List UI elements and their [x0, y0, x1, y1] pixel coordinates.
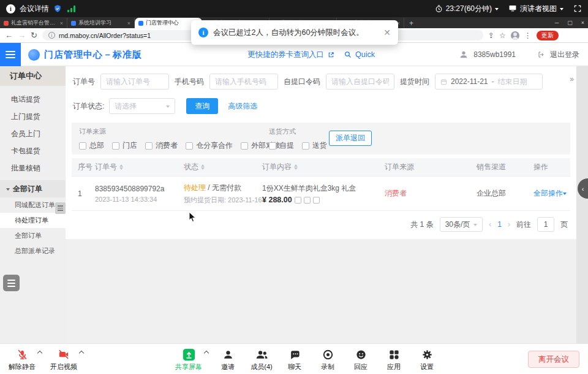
invite-button[interactable]: 邀请	[213, 348, 243, 372]
forward-button[interactable]: →	[18, 31, 26, 39]
checkbox-icon[interactable]	[79, 142, 86, 150]
share-icon[interactable]: ⇪	[488, 32, 494, 39]
browser-profile-avatar[interactable]	[511, 31, 519, 40]
sidebar-collapse-handle[interactable]	[55, 202, 66, 214]
checkbox-source-hq[interactable]: 总部	[79, 140, 104, 151]
menu-toggle-button[interactable]	[0, 43, 21, 66]
quick-entry-link[interactable]: 更快捷的券卡查询入口	[247, 50, 324, 60]
phone-input[interactable]	[209, 74, 278, 90]
browser-tab[interactable]: 礼盒营销平台管理中心×	[0, 18, 67, 28]
checkbox-icon[interactable]	[269, 142, 276, 150]
checkbox-delivery-pickup[interactable]: 自提	[269, 140, 294, 151]
tab-close-icon[interactable]: ×	[60, 20, 63, 26]
browser-menu-icon[interactable]: ⋮	[524, 32, 532, 39]
share-screen-button[interactable]: 共享屏幕	[172, 348, 206, 372]
sidebar-item-member-visit[interactable]: 会员上门	[0, 125, 66, 142]
quick-label[interactable]: Quick	[355, 50, 375, 59]
members-button[interactable]: 成员(4)	[245, 348, 278, 372]
sort-icon[interactable]	[294, 162, 298, 172]
reload-button[interactable]: ↻	[31, 31, 37, 39]
new-tab-button[interactable]: +	[404, 18, 418, 28]
sidebar-item-batch-verify[interactable]: 批量核销	[0, 159, 66, 177]
sidebar-item-door-pickup[interactable]: 上门提货	[0, 108, 66, 125]
browser-update-button[interactable]: 更新	[537, 31, 559, 40]
minimize-button[interactable]: ─	[555, 20, 559, 26]
tab-close-icon[interactable]: ×	[127, 20, 130, 26]
sort-icon[interactable]	[119, 162, 123, 172]
advanced-filter-link[interactable]: 高级筛选	[228, 101, 257, 112]
date-range-picker[interactable]: 2022-11-21 - 结束日期	[435, 74, 543, 90]
checkbox-icon[interactable]	[112, 142, 119, 150]
unmute-button[interactable]: 解除静音	[5, 348, 39, 372]
user-avatar-icon	[459, 50, 469, 59]
sidebar-item-phone-pickup[interactable]: 电话提货	[0, 91, 66, 108]
checkbox-icon[interactable]	[241, 142, 248, 150]
checkbox-delivery-send[interactable]: 送货	[302, 140, 327, 151]
checkbox-source-warehouse[interactable]: 仓分享合作	[186, 140, 233, 151]
cell-channel: 企业总部	[477, 188, 533, 199]
image-icon	[295, 197, 301, 204]
pickup-code-input[interactable]	[326, 74, 394, 90]
col-source: 订单来源	[385, 162, 477, 172]
network-signal-icon	[67, 6, 75, 12]
sidebar-item-card-pickup[interactable]: 卡包提货	[0, 142, 66, 159]
tab-favicon-icon	[4, 21, 9, 26]
checkbox-icon[interactable]	[145, 142, 153, 150]
current-page[interactable]: 1	[497, 220, 502, 229]
checkbox-icon[interactable]	[302, 142, 309, 150]
code-label: 自提口令码	[284, 77, 320, 87]
toast-close-icon[interactable]: ✕	[383, 28, 391, 37]
checkbox-icon[interactable]	[186, 142, 193, 150]
prev-page-button[interactable]: ‹	[489, 220, 491, 229]
fullscreen-icon[interactable]	[573, 4, 582, 13]
browser-tab[interactable]: 系统培训学习×	[67, 18, 135, 28]
logout-button[interactable]: 退出登录	[550, 50, 579, 60]
phone-icon	[313, 197, 320, 204]
chevron-up-icon[interactable]	[204, 351, 209, 356]
start-video-button[interactable]: 开启视频	[47, 348, 81, 372]
row-action-dropdown[interactable]: 全部操作	[533, 188, 570, 199]
chat-button[interactable]: 聊天	[280, 348, 309, 372]
close-button[interactable]: ×	[581, 20, 584, 26]
status-select[interactable]: 请选择	[109, 98, 175, 114]
page-size-select[interactable]: 30条/页	[440, 217, 483, 232]
next-page-button[interactable]: ›	[508, 220, 510, 229]
leave-meeting-button[interactable]: 离开会议	[528, 351, 579, 368]
sidebar-item-pending-orders[interactable]: 待处理订单	[0, 213, 66, 228]
dispatch-return-button[interactable]: 派单退回	[329, 131, 372, 146]
sidebar-item-hq-dispatch-log[interactable]: 总部派单记录	[0, 243, 66, 259]
record-button[interactable]: 录制	[313, 348, 342, 372]
reactions-button[interactable]: 回应	[346, 348, 375, 372]
timer-icon	[435, 5, 443, 13]
checkbox-source-consumer[interactable]: 消费者	[145, 140, 178, 151]
security-shield-icon[interactable]	[53, 4, 62, 13]
main-content: » 订单号 手机号码 自提口令码 提货时间 2022-11-21 - 结束日期 …	[66, 66, 576, 343]
table-header: 序号 订单号 状态 订单内容 订单来源 销售渠道 操作	[72, 158, 570, 177]
tab-favicon-icon	[138, 21, 143, 26]
sidebar-item-all-orders[interactable]: 全部订单	[0, 228, 66, 243]
gift-icon	[304, 197, 311, 204]
search-button[interactable]: 查询	[186, 98, 218, 114]
site-header: 门店管理中心－标准版 更快捷的券卡查询入口 Quick 8385wb1991 退…	[0, 43, 588, 66]
settings-button[interactable]: 设置	[412, 348, 442, 372]
back-button[interactable]: ←	[5, 31, 13, 39]
site-info-icon[interactable]: i	[48, 32, 55, 39]
floating-list-button[interactable]	[3, 275, 20, 291]
chevron-down-icon	[560, 8, 564, 12]
meeting-timer-dropdown[interactable]: 23:27(60分钟)	[435, 4, 499, 14]
meeting-info-icon[interactable]: i	[6, 4, 15, 13]
maximize-button[interactable]: ▢	[567, 20, 573, 26]
bookmark-star-icon[interactable]: ☆	[499, 32, 506, 39]
order-no-input[interactable]	[100, 74, 169, 90]
chevron-down-icon	[563, 193, 567, 197]
chevron-up-icon[interactable]	[79, 351, 84, 356]
sidebar-group-all-orders[interactable]: 全部订单	[0, 180, 66, 197]
checkbox-source-store[interactable]: 门店	[112, 140, 137, 151]
chevron-up-icon[interactable]	[37, 351, 42, 356]
view-mode-switcher[interactable]: 演讲者视图	[508, 4, 564, 14]
collapse-panel-icon[interactable]: »	[570, 75, 574, 83]
goto-page-input[interactable]	[537, 217, 554, 232]
sort-icon[interactable]	[201, 162, 205, 172]
apps-button[interactable]: 应用	[379, 348, 409, 372]
meeting-details-label[interactable]: 会议详情	[20, 4, 49, 14]
